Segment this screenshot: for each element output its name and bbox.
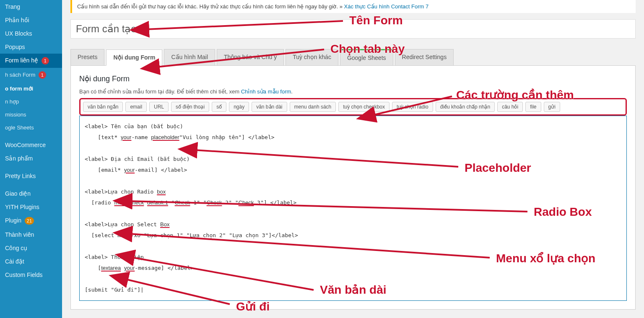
main-content: Cấu hình sai dẫn đến lỗi gửi thư hay các…: [62, 0, 644, 318]
sidebar-item-products[interactable]: Sản phẩm: [0, 152, 62, 165]
sidebar-item-appearance[interactable]: Giao diện: [0, 187, 62, 200]
sidebar-item-plugins[interactable]: Plugin 21: [0, 214, 62, 228]
field-buttons-toolbar: văn bản ngắn email URL số điện thoại số …: [79, 98, 627, 116]
field-btn-url[interactable]: URL: [149, 102, 169, 112]
sidebar-item-custom-fields[interactable]: Custom Fields: [0, 268, 62, 282]
field-btn-file[interactable]: file: [525, 102, 541, 112]
form-content-panel: Nội dung Form Bạn có thể chỉnh sửa mẫu f…: [70, 65, 636, 310]
sidebar-item-submissions[interactable]: missions: [0, 108, 62, 121]
sidebar-item-yith[interactable]: YITH Plugins: [0, 200, 62, 214]
sidebar-item-contact-form[interactable]: Form liên hệ 1: [0, 54, 62, 68]
sidebar-item-pages[interactable]: Trang: [0, 0, 62, 13]
sidebar-item-settings[interactable]: Cài đặt: [0, 255, 62, 268]
sidebar-item-integration[interactable]: n hợp: [0, 95, 62, 108]
sidebar-item-feedback[interactable]: Phản hồi: [0, 13, 62, 27]
form-title-input[interactable]: [70, 19, 636, 39]
sidebar-item-google-sheets[interactable]: ogle Sheets: [0, 121, 62, 134]
field-btn-number[interactable]: số: [212, 102, 226, 112]
field-btn-radio[interactable]: tuỳ chọn radio: [392, 102, 433, 112]
sidebar-item-tools[interactable]: Công cụ: [0, 241, 62, 255]
badge-count: 21: [25, 217, 34, 225]
config-warning-notice: Cấu hình sai dẫn đến lỗi gửi thư hay các…: [70, 0, 636, 13]
panel-title: Nội dung Form: [79, 74, 627, 83]
sidebar-item-woocommerce[interactable]: WooCommerce: [0, 138, 62, 152]
edit-template-link[interactable]: Chỉnh sửa mẫu form: [241, 88, 291, 95]
field-btn-email[interactable]: email: [125, 102, 147, 112]
tab-google-sheets[interactable]: Google Sheets: [340, 49, 393, 65]
sidebar-item-ux-blocks[interactable]: UX Blocks: [0, 27, 62, 40]
form-tabs: Presets Nội dung Form Cấu hình Mail Thôn…: [70, 49, 636, 65]
sidebar-item-form-list[interactable]: h sách Form 1: [0, 68, 62, 82]
admin-sidebar: Trang Phản hồi UX Blocks Popups Form liê…: [0, 0, 62, 318]
sidebar-item-users[interactable]: Thành viên: [0, 228, 62, 241]
field-btn-checkbox[interactable]: tuỳ chọn checkbox: [338, 102, 390, 112]
field-btn-text[interactable]: văn bản ngắn: [83, 102, 123, 112]
sidebar-item-new-form[interactable]: o form mới: [0, 82, 62, 95]
form-template-editor[interactable]: <label> Tên của bạn (bắt buộc) [text* yo…: [79, 116, 627, 301]
field-btn-textarea[interactable]: văn bản dài: [252, 102, 287, 112]
field-btn-quiz[interactable]: câu hỏi: [497, 102, 523, 112]
tab-messages[interactable]: Thông báo và Chú ý: [217, 49, 284, 65]
field-btn-acceptance[interactable]: điều khoản chấp nhận: [436, 102, 495, 112]
field-btn-date[interactable]: ngày: [229, 102, 249, 112]
field-btn-submit[interactable]: gửi: [544, 102, 560, 112]
tab-presets[interactable]: Presets: [70, 49, 104, 65]
badge-count: 1: [42, 57, 49, 65]
tab-mail-config[interactable]: Cấu hình Mail: [164, 49, 215, 65]
tab-other-options[interactable]: Tuỳ chọn khác: [286, 49, 338, 65]
badge-count: 1: [39, 71, 46, 79]
tab-form-content[interactable]: Nội dung Form: [106, 49, 162, 66]
field-btn-dropdown[interactable]: menu danh sách: [290, 102, 336, 112]
panel-description: Bạn có thể chỉnh sửa mẫu form tại đây. Đ…: [79, 88, 627, 95]
sidebar-item-pretty-links[interactable]: Pretty Links: [0, 169, 62, 183]
validate-config-link[interactable]: Xác thực Cấu hình Contact Form 7: [344, 3, 429, 10]
field-btn-tel[interactable]: số điện thoại: [171, 102, 209, 112]
tab-redirect[interactable]: Redirect Settings: [395, 49, 454, 65]
sidebar-item-popups[interactable]: Popups: [0, 40, 62, 54]
